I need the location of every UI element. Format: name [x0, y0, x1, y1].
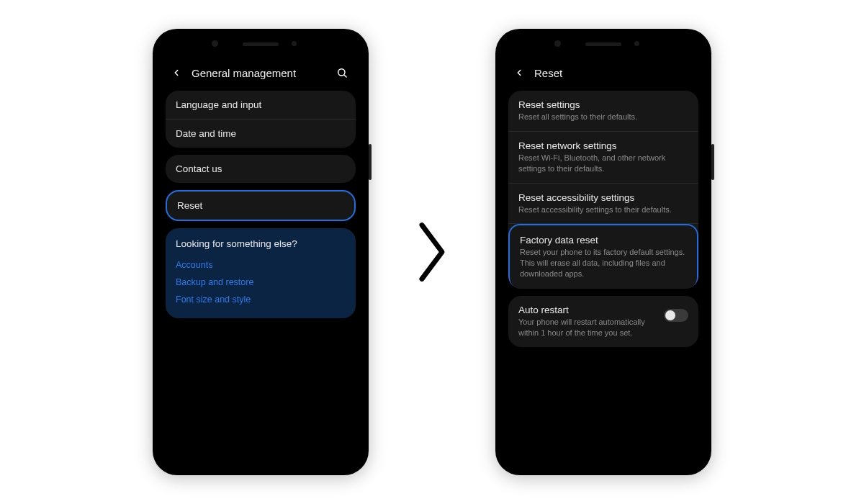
- chevron-left-icon: [171, 68, 181, 78]
- sensor-dot: [292, 41, 297, 46]
- row-subtitle: Reset your phone to its factory default …: [520, 247, 687, 279]
- link-font-size-and-style[interactable]: Font size and style: [176, 291, 346, 308]
- phone-left: General management Language and input Da…: [153, 29, 369, 475]
- svg-line-1: [344, 75, 346, 77]
- row-contact-us[interactable]: Contact us: [166, 155, 356, 183]
- speaker-slit: [243, 42, 279, 46]
- row-reset-network-settings[interactable]: Reset network settings Reset Wi-Fi, Blue…: [508, 132, 698, 184]
- page-title: Reset: [534, 67, 693, 79]
- back-button[interactable]: [168, 65, 184, 81]
- search-icon: [336, 67, 348, 78]
- row-reset[interactable]: Reset: [167, 192, 354, 220]
- chevron-left-icon: [514, 68, 524, 78]
- row-subtitle: Reset all settings to their defaults.: [518, 112, 688, 122]
- row-factory-data-reset[interactable]: Factory data reset Reset your phone to i…: [508, 224, 698, 289]
- header-right: Reset: [508, 62, 698, 91]
- back-button[interactable]: [511, 65, 527, 81]
- row-subtitle: Reset Wi-Fi, Bluetooth, and other networ…: [518, 153, 688, 174]
- row-subtitle: Reset accessibility settings to their de…: [518, 204, 688, 215]
- link-accounts[interactable]: Accounts: [176, 256, 346, 274]
- row-title: Reset network settings: [518, 140, 688, 151]
- row-title: Factory data reset: [520, 235, 687, 246]
- row-subtitle: Your phone will restart automatically wi…: [518, 317, 657, 338]
- sensor-dot: [634, 41, 639, 46]
- row-reset-settings[interactable]: Reset settings Reset all settings to the…: [508, 91, 698, 132]
- phone-right: Reset Reset settings Reset all settings …: [495, 29, 711, 475]
- auto-restart-toggle[interactable]: [664, 309, 688, 322]
- notch: [503, 36, 704, 52]
- row-title: Reset settings: [518, 99, 688, 110]
- screen-left: General management Language and input Da…: [160, 52, 361, 468]
- arrow-between: [412, 216, 452, 288]
- card-auto-restart: Auto restart Your phone will restart aut…: [508, 296, 698, 347]
- row-title: Reset accessibility settings: [518, 192, 688, 203]
- header-left: General management: [166, 62, 356, 91]
- page-title: General management: [192, 67, 334, 79]
- camera-dot: [212, 40, 218, 47]
- card-contact-us: Contact us: [166, 155, 356, 183]
- speaker-slit: [585, 42, 621, 46]
- notch: [160, 36, 361, 52]
- search-button[interactable]: [334, 65, 350, 81]
- card-suggestions: Looking for something else? Accounts Bac…: [166, 228, 356, 318]
- screen-right: Reset Reset settings Reset all settings …: [503, 52, 704, 468]
- link-backup-and-restore[interactable]: Backup and restore: [176, 274, 346, 291]
- card-reset-options: Reset settings Reset all settings to the…: [508, 91, 698, 289]
- chevron-right-icon: [412, 216, 452, 288]
- card-reset: Reset: [166, 190, 356, 221]
- row-auto-restart[interactable]: Auto restart Your phone will restart aut…: [508, 296, 698, 347]
- camera-dot: [554, 40, 561, 47]
- card-lang-date: Language and input Date and time: [166, 91, 356, 148]
- row-date-and-time[interactable]: Date and time: [166, 120, 356, 148]
- row-reset-accessibility-settings[interactable]: Reset accessibility settings Reset acces…: [508, 184, 698, 225]
- suggestions-title: Looking for something else?: [176, 238, 346, 249]
- row-language-and-input[interactable]: Language and input: [166, 91, 356, 120]
- row-title: Auto restart: [518, 305, 657, 315]
